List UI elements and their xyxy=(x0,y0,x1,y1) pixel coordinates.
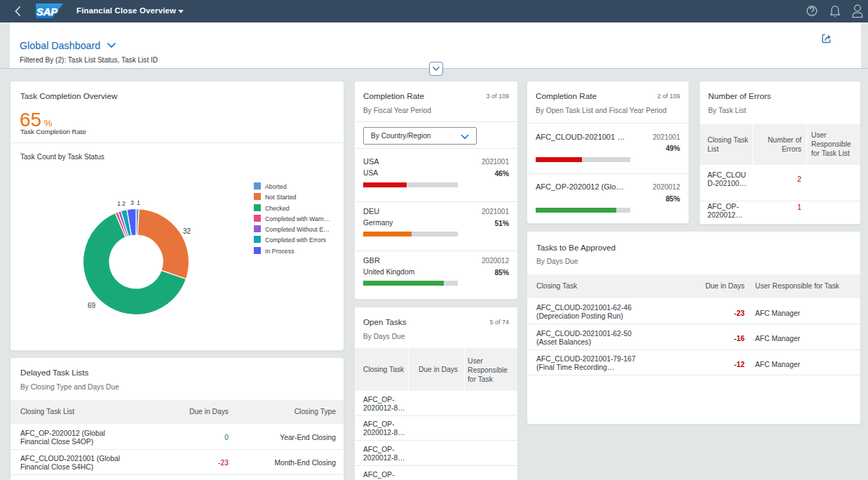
svg-text:SAP: SAP xyxy=(36,6,57,18)
